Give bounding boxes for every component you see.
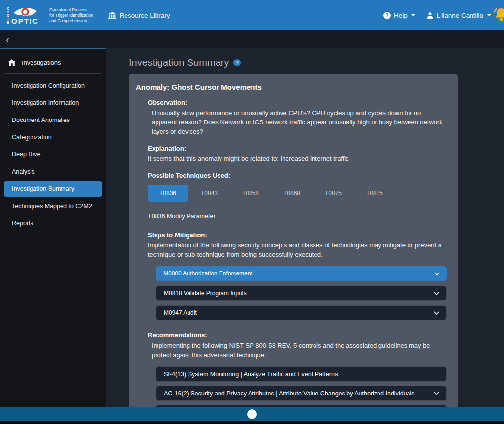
observation-section: Observation: Unusually slow performance … [148,99,447,136]
mitigation-accordion[interactable]: M0800 Authorization Enforcement [156,266,447,281]
sidebar-item-investigations-home[interactable]: Investigations [0,55,106,73]
mitigation-section: Steps to Mitigation: Implementation of t… [148,231,447,320]
chevron-down-icon [433,310,440,316]
recommendation-accordion[interactable]: SI-4(13) System Monitoring | Analyze Tra… [156,366,447,382]
header-separator [100,4,100,26]
user-icon [426,12,434,19]
tagline-line: and Comprehension [49,18,93,24]
sidebar-item[interactable]: Investigation Summary [4,181,102,197]
techniques-label: Possible Techniques Used: [148,172,447,179]
notification-bell-button[interactable] [494,7,504,25]
technique-button[interactable]: T0858 [230,185,271,202]
resource-library-label: Resource Library [120,12,170,19]
sidebar-item[interactable]: Document Anomalies [4,112,102,128]
technique-button[interactable]: T0836 [148,185,188,202]
chevron-down-icon [433,290,440,297]
observation-label: Observation: [148,99,447,106]
bell-icon [494,7,504,23]
page-help-icon[interactable]: ? [233,59,241,66]
chevron-down-icon [434,271,440,277]
cyote-letter: O [7,14,9,17]
cyote-letter: E [7,21,9,24]
user-menu[interactable]: Lilianne Cantillo [426,12,491,19]
help-icon: ? [383,12,391,19]
technique-detail-link[interactable]: T0836 Modify Parameter [148,213,216,220]
recommendations-text: Implementing the following NIST SP 800-5… [148,341,443,360]
technique-button[interactable]: T0875 [354,185,395,202]
sub-header: ‹ [0,30,504,48]
eye-icon [12,6,38,18]
sidebar-item[interactable]: Techniques Mapped to C2M2 [4,198,102,214]
recommendations-section: Recommendations: Implementing the follow… [148,332,447,407]
sidebar-item[interactable]: Investigation Information [4,95,102,111]
tagline-line: for Trigger Identification [49,13,93,18]
anomaly-panel: Anomaly: Ghost Cursor Movements Observat… [129,74,458,407]
sidebar-item[interactable]: Deep Dive [4,147,102,162]
sidebar-item[interactable]: Reports [4,215,102,231]
optic-wordmark: OPTIC [11,17,39,25]
technique-button[interactable]: T0868 [272,185,312,202]
bank-icon [108,12,116,19]
recommendation-accordion[interactable]: AC-16(2) Security and Privacy Attributes… [156,386,447,401]
brand-divider [44,5,44,25]
footer-bar: ↑ [0,407,504,421]
mitigation-text: Implementation of the following security… [148,241,448,259]
mitigations-list: M0800 Authorization EnforcementM0818 Val… [156,266,447,320]
help-label: Help [394,12,408,19]
chevron-down-icon [433,390,440,396]
mitigation-accordion[interactable]: M0947 Audit [156,305,447,320]
sidebar-item[interactable]: Investigation Configuration [4,78,102,93]
recommendations-list: SI-4(13) System Monitoring | Analyze Tra… [156,366,447,407]
header-right: ? Help Lilianne Cantillo [383,12,504,19]
anomaly-heading: Anomaly: Ghost Cursor Movements [136,83,447,91]
explanation-label: Explanation: [148,145,447,152]
page-title-row: Investigation Summary ? [129,57,504,68]
optic-logo: OPTIC [11,6,39,25]
mitigation-label: M0818 Validate Program Inputs [164,290,247,297]
technique-button[interactable]: T0843 [189,185,229,202]
cyote-vertical-logo: CYOTE [7,7,9,24]
chevron-down-icon [411,14,415,16]
brand-tagline: Operational Process for Trigger Identifi… [49,7,93,24]
recommendations-label: Recommendations: [148,332,447,339]
observation-text: Unusually slow performance or unusually … [148,108,443,136]
chevron-down-icon [487,14,491,16]
back-button[interactable]: ‹ [6,34,9,44]
explanation-section: Explanation: It seems that this anomaly … [148,145,447,163]
sidebar-home-label: Investigations [22,59,61,66]
content-area: Investigations Investigation Configurati… [0,48,504,407]
techniques-section: Possible Techniques Used: T0836T0843T085… [148,172,447,220]
page-title: Investigation Summary [129,57,229,68]
sidebar: Investigations Investigation Configurati… [0,48,106,407]
mitigation-label: Steps to Mitigation: [148,231,447,239]
cyote-letter: Y [7,10,9,14]
techniques-row: T0836T0843T0858T0868T0875T0875 [148,185,447,202]
resource-library-link[interactable]: Resource Library [108,12,170,19]
top-header: CYOTE OPTIC Operational Process for Trig… [0,0,504,30]
recommendation-link[interactable]: SI-4(13) System Monitoring | Analyze Tra… [164,371,338,378]
mitigation-label: M0947 Audit [164,309,197,316]
tagline-line: Operational Process [49,7,93,13]
sidebar-item[interactable]: Analysis [4,164,102,180]
app-window: CYOTE OPTIC Operational Process for Trig… [0,0,504,424]
cyote-letter: T [7,17,9,21]
user-name-label: Lilianne Cantillo [437,12,483,19]
mitigation-label: M0800 Authorization Enforcement [163,270,252,277]
bottom-strip [0,421,504,424]
main-content: Investigation Summary ? Anomaly: Ghost C… [106,48,504,407]
technique-button[interactable]: T0875 [313,185,353,202]
help-menu[interactable]: ? Help [383,12,415,19]
sidebar-item[interactable]: Categorization [4,129,102,145]
sidebar-list: Investigation ConfigurationInvestigation… [0,78,106,231]
brand-logo: CYOTE OPTIC Operational Process for Trig… [7,5,93,25]
mitigation-accordion[interactable]: M0818 Validate Program Inputs [156,286,447,301]
sidebar-divider [5,73,101,74]
scroll-to-top-button[interactable]: ↑ [247,409,257,419]
explanation-text: It seems that this anomaly might be rela… [148,154,447,163]
recommendation-link[interactable]: AC-16(2) Security and Privacy Attributes… [164,390,415,397]
home-icon [8,59,16,66]
cyote-letter: C [7,7,9,10]
